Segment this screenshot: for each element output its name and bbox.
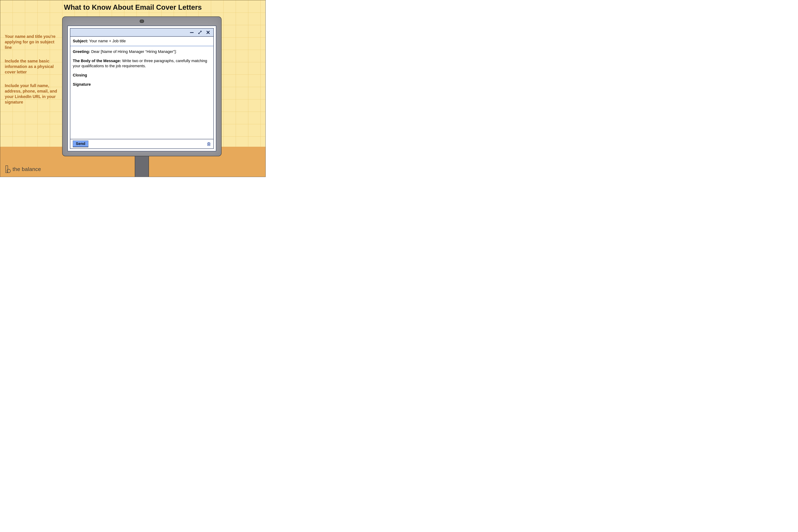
email-window-inner: Subject: Your name + Job title Greeting:… (70, 28, 214, 149)
window-controls (70, 28, 214, 37)
callout-list: Your name and title you're applying for … (5, 34, 61, 113)
logo-icon (5, 166, 11, 173)
greeting-value: Dear [Name of Hiring Manager “Hiring Man… (90, 50, 177, 54)
callout-text: Include your full name, address, phone, … (5, 83, 57, 104)
callout-text: Include the same basic information as a … (5, 59, 54, 74)
greeting-line: Greeting: Dear [Name of Hiring Manager “… (73, 49, 211, 54)
svg-rect-0 (190, 32, 193, 33)
body-line: The Body of the Message: Write two or th… (73, 58, 211, 69)
greeting-label: Greeting: (73, 50, 90, 54)
page: What to Know About Email Cover Letters Y… (0, 0, 266, 177)
brand-logo: the balance (5, 166, 41, 173)
close-icon[interactable] (206, 30, 210, 35)
expand-icon[interactable] (198, 30, 202, 35)
trash-icon[interactable] (207, 142, 211, 146)
callout-text: Your name and title you're applying for … (5, 34, 55, 50)
svg-rect-7 (6, 166, 8, 173)
monitor-frame: Subject: Your name + Job title Greeting:… (62, 17, 222, 156)
email-body[interactable]: Greeting: Dear [Name of Hiring Manager “… (70, 46, 214, 139)
closing-label: Closing (73, 73, 211, 78)
subject-value: Your name + Job title (88, 39, 126, 43)
signature-label: Signature (73, 82, 211, 87)
callout-item: Include the same basic information as a … (5, 58, 61, 75)
callout-item: Include your full name, address, phone, … (5, 83, 61, 105)
callout-item: Your name and title you're applying for … (5, 34, 61, 50)
subject-row[interactable]: Subject: Your name + Job title (70, 37, 214, 45)
send-button[interactable]: Send (73, 140, 88, 147)
page-title: What to Know About Email Cover Letters (0, 3, 265, 11)
email-window: Subject: Your name + Job title Greeting:… (68, 26, 216, 151)
body-label: The Body of the Message: (73, 59, 121, 63)
monitor-stand (135, 156, 149, 177)
svg-point-8 (7, 169, 11, 173)
logo-text: the balance (13, 166, 41, 172)
subject-label: Subject: (73, 39, 88, 43)
minimize-icon[interactable] (190, 30, 194, 35)
email-footer: Send (70, 139, 214, 149)
